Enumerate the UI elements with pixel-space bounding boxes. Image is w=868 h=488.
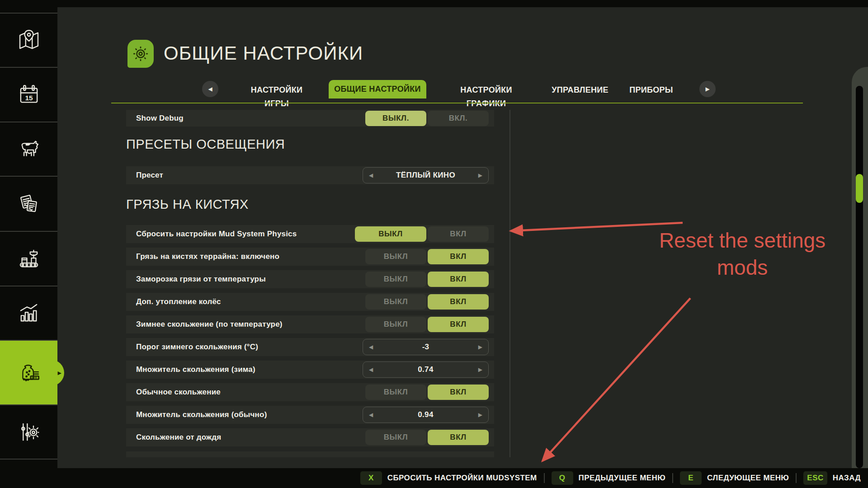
setting-row-rain-slip: Скольжение от дождя ВЫКЛ ВКЛ bbox=[126, 428, 494, 446]
setting-label: Порог зимнего скольжения (°C) bbox=[136, 343, 258, 352]
value-stepper[interactable]: ◀ 0.74 ▶ bbox=[363, 361, 489, 378]
sidebar-item-map[interactable] bbox=[0, 14, 57, 67]
active-pointer-icon: ▶ bbox=[58, 370, 61, 375]
increment-arrow-icon[interactable]: ▶ bbox=[478, 412, 482, 418]
toggle-off-button[interactable]: ВЫКЛ. bbox=[365, 111, 426, 126]
setting-row-show-debug: Show Debug ВЫКЛ. ВКЛ. bbox=[126, 110, 494, 127]
animals-icon bbox=[16, 136, 42, 162]
tabs-next-button[interactable]: ▶ bbox=[699, 81, 716, 97]
setting-row-normal-slip-multiplier: Множитель скольжения (обычно) ◀ 0.94 ▶ bbox=[126, 406, 494, 424]
toggle-on-button[interactable]: ВКЛ bbox=[428, 226, 489, 242]
increment-arrow-icon[interactable]: ▶ bbox=[478, 172, 482, 178]
toggle-group: ВЫКЛ ВКЛ bbox=[365, 317, 489, 332]
toggle-group: ВЫКЛ ВКЛ bbox=[365, 272, 489, 287]
toggle-on-button[interactable]: ВКЛ bbox=[428, 430, 489, 445]
toggle-group: ВЫКЛ ВКЛ bbox=[365, 249, 489, 264]
sidebar: 15 bbox=[0, 7, 57, 468]
sidebar-item-prices[interactable]: 12345 L ▶ bbox=[0, 341, 57, 404]
tab-general-settings[interactable]: ОБЩИЕ НАСТРОЙКИ bbox=[329, 80, 426, 99]
toggle-on-button[interactable]: ВКЛ. bbox=[428, 111, 489, 126]
tab-controls[interactable]: УПРАВЛЕНИЕ bbox=[546, 83, 614, 97]
hint-label: ПРЕДЫДУЩЕЕ МЕНЮ bbox=[579, 474, 666, 483]
setting-label: Доп. утопление колёс bbox=[136, 297, 221, 306]
toggle-on-button[interactable]: ВКЛ bbox=[428, 385, 489, 400]
calendar-icon: 15 bbox=[16, 82, 42, 108]
increment-arrow-icon[interactable]: ▶ bbox=[478, 366, 482, 373]
scrollbar-track[interactable] bbox=[856, 86, 863, 468]
annotation-arrow-to-bottom-hint bbox=[542, 298, 690, 461]
decrement-arrow-icon[interactable]: ◀ bbox=[369, 344, 373, 350]
prices-icon: 12345 L bbox=[16, 360, 42, 386]
hint-next-menu[interactable]: E СЛЕДУЮЩЕЕ МЕНЮ bbox=[680, 471, 789, 485]
key-q-badge: Q bbox=[552, 471, 573, 485]
hint-previous-menu[interactable]: Q ПРЕДЫДУЩЕЕ МЕНЮ bbox=[552, 471, 666, 485]
setting-label: Пресет bbox=[136, 171, 163, 180]
production-icon bbox=[16, 246, 42, 272]
decrement-arrow-icon[interactable]: ◀ bbox=[369, 412, 373, 418]
clipped-row bbox=[126, 451, 494, 457]
toggle-off-button[interactable]: ВЫКЛ bbox=[365, 385, 426, 400]
general-settings-screen: 15 bbox=[0, 0, 868, 488]
setting-row-wheel-sink: Доп. утопление колёс ВЫКЛ ВКЛ bbox=[126, 293, 494, 311]
setting-label: Зимнее скольжение (по температуре) bbox=[136, 320, 283, 329]
setting-row-mud-freeze: Заморозка грязи от температуры ВЫКЛ ВКЛ bbox=[126, 270, 494, 288]
statistics-icon bbox=[16, 300, 42, 326]
setting-label: Заморозка грязи от температуры bbox=[136, 275, 266, 284]
value-stepper[interactable]: ◀ -3 ▶ bbox=[363, 339, 489, 355]
decrement-arrow-icon[interactable]: ◀ bbox=[369, 366, 373, 373]
tab-devices[interactable]: ПРИБОРЫ bbox=[625, 83, 677, 97]
setting-label: Множитель скольжения (обычно) bbox=[136, 410, 267, 419]
sidebar-item-settings[interactable] bbox=[0, 405, 57, 459]
hint-reset-mudsystem[interactable]: X СБРОСИТЬ НАСТРОЙКИ MUDSYSTEM bbox=[360, 471, 537, 485]
setting-label: Обычное скольжение bbox=[136, 388, 221, 397]
sidebar-item-contracts[interactable] bbox=[0, 177, 57, 231]
hint-label: СЛЕДУЮЩЕЕ МЕНЮ bbox=[707, 474, 789, 483]
preset-selector[interactable]: ◀ ТЁПЛЫЙ КИНО ▶ bbox=[363, 167, 489, 183]
increment-arrow-icon[interactable]: ▶ bbox=[478, 344, 482, 350]
sidebar-item-statistics[interactable] bbox=[0, 286, 57, 340]
top-bar bbox=[0, 0, 868, 7]
key-x-badge: X bbox=[360, 471, 382, 485]
scrollbar-thumb[interactable] bbox=[856, 174, 863, 203]
sidebar-divider bbox=[0, 459, 57, 460]
toggle-off-button[interactable]: ВЫКЛ bbox=[365, 272, 426, 287]
toggle-on-button[interactable]: ВКЛ bbox=[428, 317, 489, 332]
section-title-mud-system: ГРЯЗЬ НА КИСТЯХ bbox=[126, 197, 249, 212]
toggle-off-button[interactable]: ВЫКЛ bbox=[355, 226, 426, 242]
section-title-lighting-presets: ПРЕСЕТЫ ОСВЕЩЕНИЯ bbox=[126, 137, 285, 152]
value-stepper[interactable]: ◀ 0.94 ▶ bbox=[363, 407, 489, 423]
sidebar-item-production[interactable] bbox=[0, 232, 57, 286]
toggle-on-button[interactable]: ВКЛ bbox=[428, 272, 489, 287]
setting-row-reset-mud-physics: Сбросить настройки Mud System Physics ВЫ… bbox=[126, 225, 494, 243]
chevron-left-icon: ◀ bbox=[208, 86, 212, 92]
stepper-value: 0.74 bbox=[418, 365, 433, 374]
hint-separator bbox=[672, 473, 673, 483]
stepper-value: -3 bbox=[422, 343, 429, 352]
toggle-on-button[interactable]: ВКЛ bbox=[428, 249, 489, 264]
toggle-group: ВЫКЛ. ВКЛ. bbox=[365, 111, 489, 126]
setting-label: Множитель скольжения (зима) bbox=[136, 365, 255, 374]
toggle-group: ВЫКЛ ВКЛ bbox=[355, 226, 489, 242]
toggle-on-button[interactable]: ВКЛ bbox=[428, 294, 489, 310]
toggle-group: ВЫКЛ ВКЛ bbox=[365, 385, 489, 400]
toggle-group: ВЫКЛ ВКЛ bbox=[365, 430, 489, 445]
annotation-text: Reset the settings mods bbox=[638, 227, 846, 282]
toggle-off-button[interactable]: ВЫКЛ bbox=[365, 249, 426, 264]
sidebar-item-animals[interactable] bbox=[0, 122, 57, 176]
setting-row-winter-slip-multiplier: Множитель скольжения (зима) ◀ 0.74 ▶ bbox=[126, 361, 494, 379]
contracts-icon bbox=[16, 191, 42, 217]
tabs-prev-button[interactable]: ◀ bbox=[202, 81, 218, 97]
decrement-arrow-icon[interactable]: ◀ bbox=[369, 172, 373, 178]
toggle-off-button[interactable]: ВЫКЛ bbox=[365, 317, 426, 332]
sidebar-item-calendar[interactable]: 15 bbox=[0, 68, 57, 122]
preset-value: ТЁПЛЫЙ КИНО bbox=[396, 171, 455, 180]
hint-back[interactable]: ESC НАЗАД bbox=[803, 471, 861, 485]
tab-underline bbox=[111, 103, 803, 103]
toggle-off-button[interactable]: ВЫКЛ bbox=[365, 430, 426, 445]
toggle-off-button[interactable]: ВЫКЛ bbox=[365, 294, 426, 310]
hint-separator bbox=[544, 473, 545, 483]
tab-game-settings[interactable]: НАСТРОЙКИ ИГРЫ bbox=[238, 83, 315, 97]
tab-graphics-settings[interactable]: НАСТРОЙКИ ГРАФИКИ bbox=[440, 83, 533, 97]
setting-label: Грязь на кистях террайна: включено bbox=[136, 252, 279, 261]
page-title: ОБЩИЕ НАСТРОЙКИ bbox=[164, 42, 363, 64]
